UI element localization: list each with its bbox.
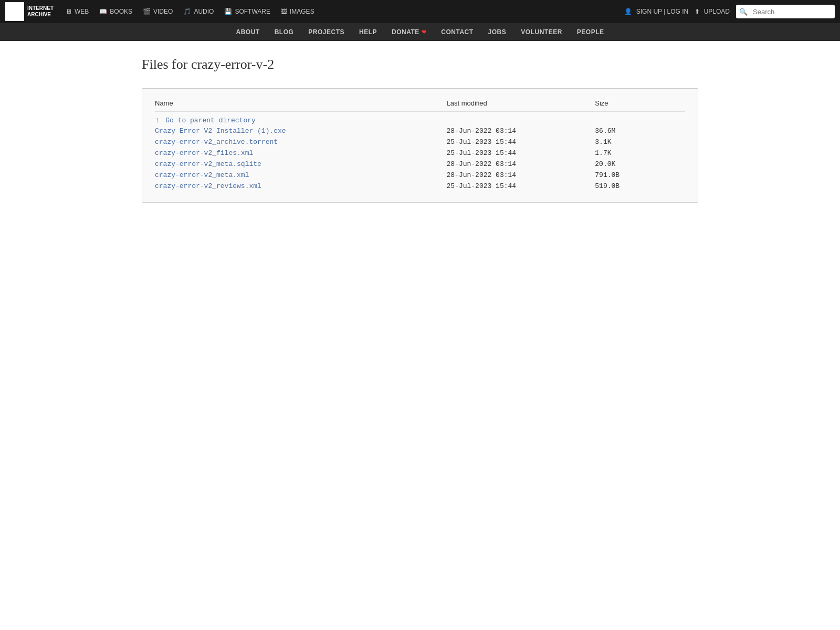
file-size-3: 20.0K: [595, 159, 685, 170]
sec-nav-volunteer[interactable]: VOLUNTEER: [513, 23, 570, 41]
upload-icon: ⬆: [695, 8, 700, 15]
main-content: Files for crazy-error-v-2 Name Last modi…: [131, 41, 709, 218]
nav-audio[interactable]: 🎵 AUDIO: [178, 5, 218, 18]
sec-nav-contact[interactable]: CONTACT: [434, 23, 480, 41]
video-icon: 🎬: [143, 8, 151, 15]
table-header-row: Name Last modified Size: [155, 99, 685, 112]
books-icon: 📖: [99, 8, 107, 15]
file-size-1: 3.1K: [595, 136, 685, 148]
table-row: crazy-error-v2_files.xml 25-Jul-2023 15:…: [155, 148, 685, 159]
svg-rect-3: [9, 17, 20, 18]
file-modified-4: 28-Jun-2022 03:14: [447, 170, 595, 181]
header-name: Name: [155, 99, 447, 112]
images-icon: 🖼: [281, 8, 287, 15]
logo-text: INTERNET ARCHIVE: [27, 5, 54, 18]
table-row: crazy-error-v2_meta.sqlite 28-Jun-2022 0…: [155, 159, 685, 170]
table-row: crazy-error-v2_reviews.xml 25-Jul-2023 1…: [155, 181, 685, 192]
search-box[interactable]: 🔍: [736, 5, 835, 18]
file-size-2: 1.7K: [595, 148, 685, 159]
file-listing-box: Name Last modified Size ↑ Go to parent d…: [142, 88, 698, 203]
file-link-0[interactable]: Crazy Error V2 Installer (1).exe: [155, 127, 286, 135]
top-nav: INTERNET ARCHIVE 🖥 WEB 📖 BOOKS 🎬 VIDEO 🎵…: [0, 0, 840, 23]
nav-books[interactable]: 📖 BOOKS: [94, 5, 137, 18]
page-title: Files for crazy-error-v-2: [142, 57, 698, 72]
top-nav-items: 🖥 WEB 📖 BOOKS 🎬 VIDEO 🎵 AUDIO 💾 SOFTWARE…: [61, 5, 622, 18]
web-icon: 🖥: [66, 8, 72, 15]
file-link-5[interactable]: crazy-error-v2_reviews.xml: [155, 182, 261, 190]
search-icon: 🔍: [736, 8, 751, 16]
audio-icon: 🎵: [183, 8, 191, 15]
file-modified-5: 25-Jul-2023 15:44: [447, 181, 595, 192]
nav-web[interactable]: 🖥 WEB: [61, 5, 93, 18]
file-size-0: 36.6M: [595, 125, 685, 136]
logo[interactable]: INTERNET ARCHIVE: [5, 2, 54, 21]
sign-in-link[interactable]: 👤 SIGN UP | LOG IN: [624, 8, 688, 15]
file-modified-2: 25-Jul-2023 15:44: [447, 148, 595, 159]
sec-nav-jobs[interactable]: JOBS: [481, 23, 514, 41]
heart-icon: ❤: [422, 29, 427, 36]
file-table: Name Last modified Size ↑ Go to parent d…: [155, 99, 685, 192]
svg-rect-1: [9, 9, 11, 17]
header-last-modified: Last modified: [447, 99, 595, 112]
table-row: crazy-error-v2_meta.xml 28-Jun-2022 03:1…: [155, 170, 685, 181]
file-link-4[interactable]: crazy-error-v2_meta.xml: [155, 171, 249, 179]
nav-right: 👤 SIGN UP | LOG IN ⬆ UPLOAD 🔍: [624, 5, 835, 18]
svg-rect-0: [8, 7, 21, 9]
header-size: Size: [595, 99, 685, 112]
file-modified-3: 28-Jun-2022 03:14: [447, 159, 595, 170]
table-row: crazy-error-v2_archive.torrent 25-Jul-20…: [155, 136, 685, 148]
sec-nav-help[interactable]: HELP: [352, 23, 384, 41]
svg-rect-5: [15, 11, 18, 15]
svg-rect-2: [18, 9, 20, 17]
parent-dir-icon: ↑: [155, 116, 159, 124]
user-icon: 👤: [624, 8, 632, 15]
file-link-2[interactable]: crazy-error-v2_files.xml: [155, 149, 253, 157]
nav-software[interactable]: 💾 SOFTWARE: [219, 5, 275, 18]
file-link-1[interactable]: crazy-error-v2_archive.torrent: [155, 138, 278, 146]
parent-dir-link[interactable]: ↑ Go to parent directory: [155, 117, 256, 124]
file-modified-1: 25-Jul-2023 15:44: [447, 136, 595, 148]
table-row-parent: ↑ Go to parent directory: [155, 112, 685, 126]
search-input[interactable]: [751, 7, 835, 17]
file-size-5: 519.0B: [595, 181, 685, 192]
nav-images[interactable]: 🖼 IMAGES: [276, 5, 319, 18]
sec-nav-projects[interactable]: PROJECTS: [301, 23, 352, 41]
table-row: Crazy Error V2 Installer (1).exe 28-Jun-…: [155, 125, 685, 136]
sec-nav-people[interactable]: PEOPLE: [570, 23, 612, 41]
file-link-3[interactable]: crazy-error-v2_meta.sqlite: [155, 160, 261, 168]
sec-nav-donate[interactable]: DONATE ❤: [384, 23, 434, 41]
sec-nav-blog[interactable]: BLOG: [267, 23, 301, 41]
svg-rect-4: [12, 11, 14, 15]
logo-icon: [5, 2, 24, 21]
nav-video[interactable]: 🎬 VIDEO: [138, 5, 177, 18]
file-size-4: 791.0B: [595, 170, 685, 181]
file-modified-0: 28-Jun-2022 03:14: [447, 125, 595, 136]
secondary-nav: ABOUT BLOG PROJECTS HELP DONATE ❤ CONTAC…: [0, 23, 840, 41]
software-icon: 💾: [224, 8, 232, 15]
sec-nav-about[interactable]: ABOUT: [229, 23, 267, 41]
upload-link[interactable]: ⬆ UPLOAD: [695, 8, 730, 15]
